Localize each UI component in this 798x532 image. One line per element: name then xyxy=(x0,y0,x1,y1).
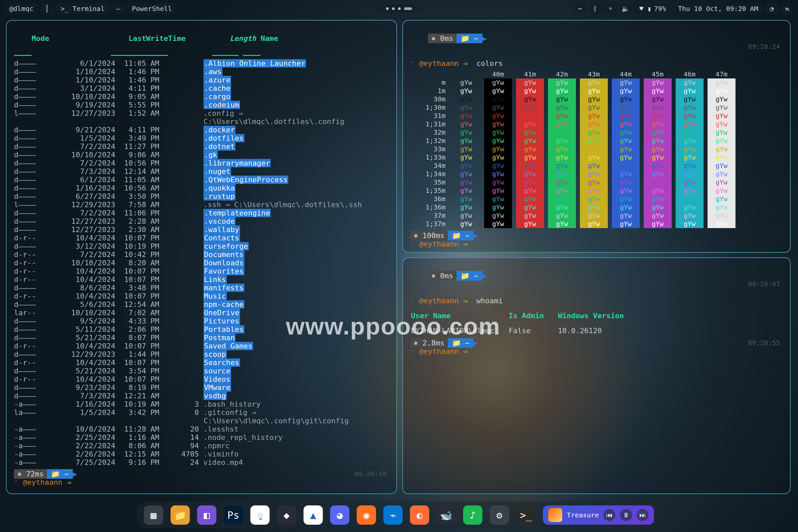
user-tag[interactable]: @dlmqc xyxy=(5,3,38,14)
media-widget[interactable]: Treasure ⏮ ⏸ ⏭ xyxy=(543,506,654,525)
file-row: d-r-- 10/4/2024 10:07 PM Music xyxy=(14,292,389,300)
file-row: d———— 5/11/2024 2:06 PM Portables xyxy=(14,325,389,334)
file-row: d———— 3/12/2024 10:19 PM curseforge xyxy=(14,242,389,250)
file-row: d-r-- 10/4/2024 10:07 PM Saved Games xyxy=(14,342,389,350)
file-row: d-r-- 10/4/2024 10:07 PM Links xyxy=(14,275,389,284)
file-row: d———— 5/6/2024 12:54 AM npm-cache xyxy=(14,300,389,308)
file-row: d———— 3/1/2024 4:11 PM .cache xyxy=(14,84,389,92)
file-row: d———— 7/2/2024 10:56 PM .librarymanager xyxy=(14,159,389,167)
split-icon[interactable]: ⎮ xyxy=(41,3,53,14)
media-title: Treasure xyxy=(567,511,599,519)
terminal-pane-colors[interactable]: ⎈ 0ms📁 ~▶ 09:20:24 ⁼ @eythaann ⇒ colors … xyxy=(402,20,791,253)
file-row: d———— 1/10/2024 1:46 PM .aws xyxy=(14,68,389,76)
whoami-table: User NameIs AdminWindows Version EYTHAN-… xyxy=(410,311,638,336)
file-row: -a——— 7/25/2024 9:16 PM 24 video.mp4 xyxy=(14,458,389,467)
prompt-whoami-2: ⎈ 2.8ms📁 ~▶ 09:20:55 xyxy=(410,339,783,347)
col-mode: Mode xyxy=(32,34,49,42)
col-lastwritetime: LastWriteTime xyxy=(128,34,186,42)
media-play-icon[interactable]: ⏸ xyxy=(620,509,632,521)
file-row: -a——— 1/16/2024 10:19 AM 3 .bash_history xyxy=(14,400,389,408)
file-row: -a——— 2/25/2024 1:16 AM 14 .node_repl_hi… xyxy=(14,433,389,441)
tab-powershell[interactable]: PowerShell xyxy=(127,3,176,14)
file-row: d———— 1/10/2024 1:46 PM .azure xyxy=(14,76,389,84)
menu-icon[interactable]: ⋯ xyxy=(573,3,586,14)
file-row: d———— 7/3/2024 12:14 AM .nuget xyxy=(14,167,389,175)
docker-icon[interactable]: 🐋 xyxy=(437,506,456,525)
obsidian-icon[interactable]: ◆ xyxy=(277,506,296,525)
taskbar-dock: ▦📁◧Ps⵿◆▲◕◉⌁◐🐋♪⚙>_ Treasure ⏮ ⏸ ⏭ xyxy=(137,501,661,529)
wifi-icon[interactable]: ⌔ xyxy=(604,3,617,14)
file-row: d-r-- 10/4/2024 10:07 PM Contacts xyxy=(14,234,389,242)
battery-indicator[interactable]: ♥ ▮ 79% xyxy=(635,3,671,14)
terminal-pane-ls[interactable]: Mode LastWriteTime Length Name ———— ————… xyxy=(6,20,397,494)
apps-icon[interactable]: ▦ xyxy=(144,506,163,525)
file-row: d———— 9/19/2024 5:55 PM .codeium xyxy=(14,101,389,109)
prompt-whoami: ⎈ 0ms📁 ~▶ 09:20:07 xyxy=(410,263,783,297)
bell-icon[interactable]: ◔ xyxy=(765,3,778,14)
screenshot-icon[interactable]: ◧ xyxy=(197,506,216,525)
file-row: l———— 12/27/2023 1:52 AM .config ⇒ xyxy=(14,109,389,117)
toggle-icon[interactable]: ⇆ xyxy=(781,3,793,14)
col-name: Name xyxy=(261,34,278,42)
center-pill[interactable] xyxy=(379,5,419,13)
azure-icon[interactable]: ▲ xyxy=(304,506,323,525)
file-row: d———— 1/5/2024 3:49 PM .dotfiles xyxy=(14,134,389,142)
file-row: d———— 1/16/2024 10:56 AM .quokka xyxy=(14,184,389,192)
file-row: d-r-- 10/4/2024 10:07 PM Favorites xyxy=(14,267,389,275)
file-row: d———— 10/10/2024 9:06 AM .gk xyxy=(14,151,389,159)
file-row: d———— 7/3/2024 12:21 AM vsdbg xyxy=(14,392,389,400)
file-row: d———— 9/23/2024 8:19 PM VMware xyxy=(14,383,389,392)
top-bar: @dlmqc ⎮ >_ Terminal – PowerShell ⋯ ᛒ ⌔ … xyxy=(5,3,793,15)
prompt-colors-2: ⎈ 100ms📁 ~▶ xyxy=(410,231,783,240)
file-row: d———— 7/2/2024 11:27 PM .dotnet xyxy=(14,142,389,151)
file-row: -a——— 2/22/2024 8:06 AM 94 .npmrc xyxy=(14,441,389,450)
file-row: d-r-- 10/4/2024 10:07 PM Videos xyxy=(14,375,389,383)
file-row: d———— 7/2/2024 11:06 PM .templateengine xyxy=(14,209,389,217)
spotify-icon[interactable]: ♪ xyxy=(463,506,482,525)
file-row: d-r-- 10/10/2024 8:20 AM Downloads xyxy=(14,259,389,267)
file-row: l———— 12/29/2023 7:58 AM .ssh → C:\Users… xyxy=(14,201,389,209)
file-row: d———— 6/1/2024 11:05 AM .Albion Online L… xyxy=(14,59,389,68)
files-icon[interactable]: 📁 xyxy=(171,506,190,525)
file-row: d———— 10/10/2024 9:05 AM .cargo xyxy=(14,92,389,101)
file-row: d———— 9/5/2024 4:33 PM Pictures xyxy=(14,317,389,325)
slack-icon[interactable]: ⵿ xyxy=(250,506,270,525)
file-row: d———— 6/1/2024 11:05 AM .QtWebEngineProc… xyxy=(14,175,389,184)
file-row: d———— 12/29/2023 1:44 PM scoop xyxy=(14,350,389,358)
file-row: d———— 12/27/2023 2:30 AM .wallaby xyxy=(14,225,389,234)
prompt-left: ⎈ 72ms📁 ~▶ 09:20:49 xyxy=(14,470,389,478)
file-row: -a——— 10/8/2024 11:28 AM 20 .lesshst xyxy=(14,425,389,433)
terminal-pane-whoami[interactable]: ⎈ 0ms📁 ~▶ 09:20:07 ⁼ @eythaann ⇒ whoami … xyxy=(402,258,791,494)
postman-icon[interactable]: ◐ xyxy=(410,506,429,525)
firefox-icon[interactable]: ◉ xyxy=(357,506,376,525)
terminal-icon[interactable]: >_ xyxy=(516,506,536,525)
photoshop-icon[interactable]: Ps xyxy=(224,506,243,525)
file-row: d———— 5/21/2024 3:54 PM source xyxy=(14,367,389,375)
file-row: d-r-- 10/4/2024 10:07 PM Searches xyxy=(14,358,389,367)
volume-icon[interactable]: 🔈 xyxy=(620,3,632,14)
vscode-icon[interactable]: ⌁ xyxy=(383,506,403,525)
file-row: d———— 12/27/2023 2:28 AM .vscode xyxy=(14,217,389,225)
discord-icon[interactable]: ◕ xyxy=(330,506,349,525)
ansi-color-table: 40m41m42m43m44m45m46m47mmgYwgYwgYwgYwgYw… xyxy=(410,70,783,228)
minimize-icon[interactable]: – xyxy=(112,3,125,14)
col-length: Length xyxy=(230,34,256,42)
media-next-icon[interactable]: ⏭ xyxy=(637,509,649,521)
file-row: d-r-- 7/2/2024 10:42 PM Documents xyxy=(14,250,389,259)
settings-icon[interactable]: ⚙ xyxy=(490,506,509,525)
prompt-colors: ⎈ 0ms📁 ~▶ 09:20:24 xyxy=(410,26,783,59)
media-prev-icon[interactable]: ⏮ xyxy=(604,509,615,521)
file-row: -a——— 2/26/2024 12:15 AM 4705 .viminfo xyxy=(14,450,389,458)
bluetooth-icon[interactable]: ᛒ xyxy=(589,3,602,14)
file-row: d———— 5/21/2024 8:07 PM Postman xyxy=(14,334,389,342)
file-row: lar-- 10/10/2024 7:02 AM OneDrive xyxy=(14,308,389,317)
clock[interactable]: Thu 10 Oct, 09:20 AM xyxy=(673,3,763,14)
file-row: la——— 1/5/2024 3:42 PM 0 .gitconfig ⇒ xyxy=(14,408,389,417)
file-row: d———— 6/27/2024 3:50 PM .rustup xyxy=(14,192,389,201)
file-row: d———— 8/6/2024 3:48 PM manifests xyxy=(14,284,389,292)
tab-terminal[interactable]: >_ Terminal xyxy=(56,3,109,14)
file-row: d———— 9/21/2024 4:11 PM .docker xyxy=(14,126,389,134)
